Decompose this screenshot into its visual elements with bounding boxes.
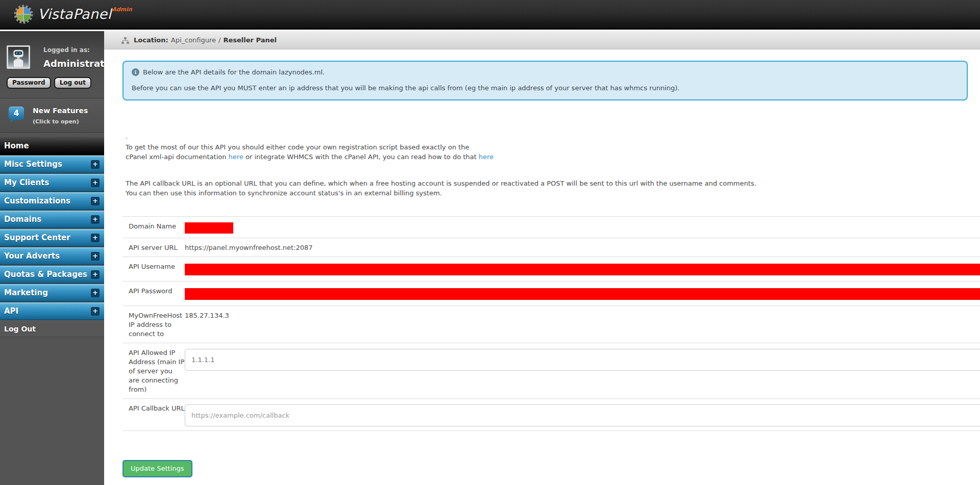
sidebar-item-your-adverts[interactable]: Your Adverts+ bbox=[0, 247, 104, 265]
sidebar-item-label: Marketing bbox=[4, 288, 48, 297]
breadcrumb-path: Api_configure bbox=[171, 36, 216, 44]
whmcs-integration-link[interactable]: here bbox=[479, 153, 494, 161]
sitemap-icon bbox=[121, 37, 129, 44]
sidebar-item-api[interactable]: API+ bbox=[0, 302, 104, 320]
password-button[interactable]: Password bbox=[7, 77, 51, 89]
logout-button[interactable]: Log out bbox=[54, 77, 91, 89]
allowed-ip-label: API Allowed IP Address (main IP of serve… bbox=[122, 347, 185, 394]
api-username-label: API Username bbox=[122, 261, 185, 277]
expand-plus-icon[interactable]: + bbox=[91, 197, 100, 206]
api-password-label: API Password bbox=[122, 286, 185, 301]
gear-logo-icon bbox=[13, 4, 34, 24]
sidebar-item-customizations[interactable]: Customizations+ bbox=[0, 192, 104, 210]
user-box: Logged in as: Administrator Password Log… bbox=[0, 31, 104, 98]
breadcrumb-separator: / bbox=[218, 36, 220, 44]
sidebar-item-label: Customizations bbox=[4, 196, 70, 206]
info-icon: i bbox=[132, 68, 139, 76]
table-row-password: API Password bbox=[122, 281, 980, 305]
brand-text: VistaPanelAdmin bbox=[38, 6, 132, 22]
api-intro-line-2-text: cPanel xml-api documentation bbox=[126, 153, 229, 161]
expand-plus-icon[interactable]: + bbox=[91, 252, 100, 261]
domain-name-label: Domain Name bbox=[122, 221, 185, 234]
expand-plus-icon[interactable]: + bbox=[91, 178, 100, 187]
info-alert: i Below are the API details for the doma… bbox=[122, 61, 968, 100]
api-server-url-label: API server URL bbox=[122, 242, 185, 252]
breadcrumb: Location: Api_configure / Reseller Panel bbox=[104, 31, 980, 49]
callback-url-label: API Callback URL bbox=[122, 403, 185, 426]
content: i Below are the API details for the doma… bbox=[104, 49, 980, 485]
sidebar-item-home[interactable]: Home bbox=[0, 137, 104, 155]
expand-plus-icon[interactable]: + bbox=[91, 270, 100, 279]
top-bar: VistaPanelAdmin bbox=[0, 0, 980, 30]
callback-info-paragraph: The API callback URL is an optional URL … bbox=[126, 178, 968, 198]
table-row-server-url: API server URL https://panel.myownfreeho… bbox=[122, 238, 980, 257]
sidebar-item-label: Domains bbox=[4, 215, 41, 224]
main-area: Location: Api_configure / Reseller Panel… bbox=[104, 31, 980, 485]
avatar bbox=[7, 45, 30, 69]
allowed-ip-input[interactable] bbox=[185, 349, 980, 371]
info-line-2: Before you can use the API you MUST ente… bbox=[132, 84, 959, 92]
sidebar-item-label: Quotas & Packages bbox=[4, 270, 87, 279]
expand-plus-icon[interactable]: + bbox=[91, 160, 100, 169]
api-intro-line-1: To get the most of our this API you shou… bbox=[126, 142, 968, 152]
api-intro-line-2-text-2: or integrate WHMCS with the cPanel API, … bbox=[243, 153, 479, 161]
sidebar-item-log-out[interactable]: Log Out bbox=[0, 320, 104, 337]
sidebar-item-label: Support Center bbox=[4, 233, 70, 242]
brand-name: VistaPanel bbox=[38, 6, 111, 22]
sidebar-item-support-center[interactable]: Support Center+ bbox=[0, 229, 104, 247]
stray-dot: . bbox=[126, 134, 968, 139]
new-features-count-badge: 4 bbox=[9, 107, 24, 120]
user-name: Administrator bbox=[43, 58, 104, 69]
api-intro-paragraph: To get the most of our this API you shou… bbox=[126, 142, 968, 162]
brand-admin-label: Admin bbox=[112, 6, 132, 13]
sidebar-item-label: API bbox=[4, 307, 18, 316]
api-intro-line-2: cPanel xml-api documentation here or int… bbox=[126, 152, 968, 162]
sidebar: Logged in as: Administrator Password Log… bbox=[0, 31, 104, 485]
redacted-password-value bbox=[185, 288, 980, 300]
sidebar-item-label: My Clients bbox=[4, 178, 49, 187]
redacted-username-value bbox=[185, 264, 980, 275]
xml-api-docs-link[interactable]: here bbox=[229, 153, 243, 161]
table-row-mofh-ip: MyOwnFreeHost IP address to connect to 1… bbox=[122, 305, 980, 343]
info-line-1: Below are the API details for the domain… bbox=[143, 68, 325, 76]
api-settings-table: Domain Name API server URL https://panel… bbox=[122, 216, 980, 431]
redacted-domain-value bbox=[185, 222, 233, 234]
table-row-domain: Domain Name bbox=[122, 216, 980, 238]
api-server-url-value: https://panel.myownfreehost.net:2087 bbox=[185, 242, 980, 252]
sidebar-item-domains[interactable]: Domains+ bbox=[0, 211, 104, 228]
table-row-username: API Username bbox=[122, 257, 980, 281]
logged-in-label: Logged in as: bbox=[43, 45, 104, 54]
update-settings-button[interactable]: Update Settings bbox=[122, 460, 192, 477]
mofh-ip-value: 185.27.134.3 bbox=[185, 310, 980, 339]
sidebar-item-quotas-packages[interactable]: Quotas & Packages+ bbox=[0, 266, 104, 284]
callback-info-line-1: The API callback URL is an optional URL … bbox=[126, 178, 968, 188]
expand-plus-icon[interactable]: + bbox=[91, 307, 100, 316]
sidebar-item-misc-settings[interactable]: Misc Settings+ bbox=[0, 156, 104, 173]
expand-plus-icon[interactable]: + bbox=[91, 215, 100, 224]
table-row-allowed-ip: API Allowed IP Address (main IP of serve… bbox=[122, 343, 980, 398]
sidebar-item-marketing[interactable]: Marketing+ bbox=[0, 284, 104, 302]
breadcrumb-label: Location: bbox=[134, 36, 168, 44]
new-features-panel[interactable]: 4 New Features (Click to open) bbox=[0, 98, 104, 133]
sidebar-item-my-clients[interactable]: My Clients+ bbox=[0, 174, 104, 192]
sidebar-item-label: Your Adverts bbox=[4, 251, 60, 261]
brand: VistaPanelAdmin bbox=[13, 4, 132, 24]
mofh-ip-label: MyOwnFreeHost IP address to connect to bbox=[122, 310, 185, 339]
sidebar-menu: Home Misc Settings+ My Clients+ Customiz… bbox=[0, 137, 104, 337]
breadcrumb-current: Reseller Panel bbox=[223, 36, 277, 44]
table-row-callback-url: API Callback URL bbox=[122, 398, 980, 431]
expand-plus-icon[interactable]: + bbox=[91, 289, 100, 297]
sidebar-item-label: Misc Settings bbox=[4, 160, 62, 169]
callback-info-line-2: You can then use this information to syn… bbox=[126, 188, 968, 198]
expand-plus-icon[interactable]: + bbox=[91, 234, 100, 242]
new-features-subtitle: (Click to open) bbox=[33, 118, 104, 125]
callback-url-input[interactable] bbox=[185, 404, 980, 426]
new-features-title: New Features bbox=[33, 107, 104, 115]
